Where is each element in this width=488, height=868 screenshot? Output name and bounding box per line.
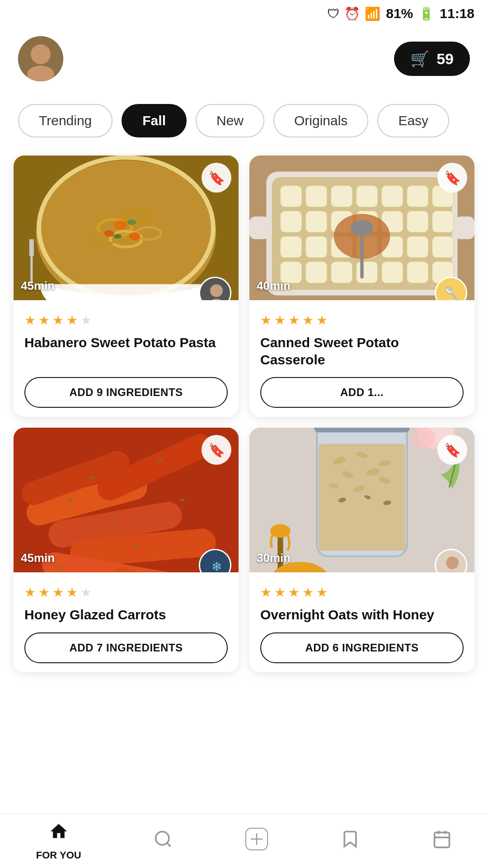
- nav-add[interactable]: [245, 828, 268, 855]
- svg-rect-56: [249, 217, 269, 239]
- cart-button[interactable]: 🛒 59: [394, 42, 470, 76]
- svg-point-1: [31, 44, 51, 64]
- recipe-image-wrap-4: 30min 🔖: [249, 428, 474, 572]
- filter-fall[interactable]: Fall: [122, 104, 187, 137]
- svg-rect-110: [435, 832, 450, 847]
- bookmark-icon-3: 🔖: [208, 442, 225, 458]
- svg-rect-51: [407, 262, 428, 283]
- recipe-grid: 45min 🔖 ★ ★ ★ ★ ★ Habanero Sweet Potato …: [0, 146, 488, 681]
- time-badge-4: 30min: [257, 551, 291, 565]
- svg-point-14: [127, 219, 136, 225]
- svg-point-11: [114, 221, 127, 230]
- svg-rect-57: [455, 217, 474, 239]
- star-3-5: ★: [80, 585, 92, 600]
- filter-trending[interactable]: Trending: [18, 104, 113, 137]
- svg-rect-45: [432, 236, 454, 258]
- svg-rect-33: [306, 211, 327, 232]
- svg-point-101: [413, 428, 435, 449]
- svg-rect-47: [306, 262, 327, 283]
- stars-2: ★ ★ ★ ★ ★: [260, 313, 464, 328]
- star-2-5: ★: [316, 313, 328, 328]
- battery-icon: 🔋: [418, 6, 434, 21]
- svg-rect-30: [407, 186, 428, 207]
- add-ingredients-btn-3[interactable]: ADD 7 INGREDIENTS: [24, 632, 228, 663]
- shield-icon: 🛡: [327, 6, 340, 21]
- nav-calendar[interactable]: [432, 829, 452, 854]
- clock-time: 11:18: [440, 6, 474, 21]
- svg-rect-83: [319, 444, 405, 551]
- recipe-card-3: 45min 🔖 ❄ ★ ★ ★ ★ ★ Honey Glazed Carrots…: [14, 428, 239, 672]
- add-ingredients-btn-1[interactable]: ADD 9 INGREDIENTS: [24, 377, 228, 408]
- bookmark-btn-3[interactable]: 🔖: [202, 435, 231, 465]
- star-4-5: ★: [316, 585, 328, 600]
- search-icon: [153, 829, 173, 854]
- nav-saved[interactable]: [340, 829, 360, 854]
- svg-rect-40: [306, 236, 327, 258]
- filter-row: Trending Fall New Originals Easy: [0, 95, 488, 146]
- svg-rect-39: [280, 236, 301, 258]
- svg-rect-32: [280, 211, 301, 232]
- svg-rect-81: [314, 428, 410, 433]
- recipe-title-1: Habanero Sweet Potato Pasta: [24, 334, 228, 351]
- add-ingredients-btn-2[interactable]: ADD 1...: [260, 377, 464, 408]
- alarm-icon: ⏰: [344, 6, 360, 21]
- time-badge-2: 40min: [257, 279, 291, 293]
- filter-originals[interactable]: Originals: [273, 104, 368, 137]
- star-1-2: ★: [38, 313, 50, 328]
- time-badge-1: 45min: [21, 279, 55, 293]
- bookmark-btn-4[interactable]: 🔖: [437, 435, 467, 465]
- recipe-image-wrap-1: 45min 🔖: [14, 156, 239, 300]
- recipe-info-3: ★ ★ ★ ★ ★ Honey Glazed Carrots ADD 7 ING…: [14, 572, 239, 672]
- svg-rect-16: [30, 239, 33, 284]
- bookmark-btn-2[interactable]: 🔖: [437, 163, 467, 193]
- svg-rect-38: [432, 211, 454, 232]
- bookmark-icon-4: 🔖: [444, 442, 461, 458]
- stars-4: ★ ★ ★ ★ ★: [260, 585, 464, 600]
- time-badge-3: 45min: [21, 551, 55, 565]
- svg-rect-50: [382, 262, 403, 283]
- recipe-card-1: 45min 🔖 ★ ★ ★ ★ ★ Habanero Sweet Potato …: [14, 156, 239, 417]
- svg-point-15: [114, 234, 122, 239]
- star-1-5: ★: [80, 313, 92, 328]
- add-icon: [245, 828, 268, 855]
- svg-rect-55: [360, 233, 363, 278]
- avatar-image: [18, 36, 63, 81]
- star-1-1: ★: [24, 313, 36, 328]
- status-icons: 🛡 ⏰ 📶: [327, 6, 380, 21]
- svg-rect-28: [357, 186, 378, 207]
- home-icon: [49, 821, 69, 846]
- svg-point-12: [129, 232, 140, 240]
- svg-rect-29: [382, 186, 403, 207]
- battery-percentage: 81%: [386, 6, 413, 21]
- star-1-3: ★: [52, 313, 64, 328]
- svg-point-105: [156, 831, 169, 844]
- recipe-title-3: Honey Glazed Carrots: [24, 606, 228, 623]
- bookmark-icon-2: 🔖: [444, 170, 461, 186]
- svg-rect-49: [357, 262, 378, 283]
- star-4-2: ★: [274, 585, 286, 600]
- svg-rect-26: [306, 186, 327, 207]
- filter-easy[interactable]: Easy: [377, 104, 449, 137]
- calendar-icon: [432, 829, 452, 854]
- recipe-card-4: 30min 🔖 ★ ★ ★ ★ ★ Overnight Oats with Ho…: [249, 428, 474, 672]
- nav-search[interactable]: [153, 829, 173, 854]
- svg-line-106: [167, 843, 171, 846]
- star-2-3: ★: [288, 313, 300, 328]
- cart-count: 59: [436, 50, 454, 68]
- svg-rect-37: [407, 211, 428, 232]
- svg-text:🥄: 🥄: [444, 286, 461, 300]
- star-4-3: ★: [288, 585, 300, 600]
- nav-for-you-label: FOR YOU: [36, 849, 81, 861]
- recipe-info-1: ★ ★ ★ ★ ★ Habanero Sweet Potato Pasta AD…: [14, 300, 239, 417]
- bookmark-btn-1[interactable]: 🔖: [202, 163, 231, 193]
- recipe-card-2: 40min 🔖 🥄 ★ ★ ★ ★ ★ Canned Sweet Potato …: [249, 156, 474, 417]
- user-avatar[interactable]: [18, 36, 63, 81]
- header: 🛒 59: [0, 27, 488, 95]
- svg-rect-25: [280, 186, 301, 207]
- filter-new[interactable]: New: [196, 104, 264, 137]
- add-ingredients-btn-4[interactable]: ADD 6 INGREDIENTS: [260, 632, 464, 663]
- bookmark-nav-icon: [340, 829, 360, 854]
- nav-for-you[interactable]: FOR YOU: [36, 821, 81, 861]
- svg-point-103: [446, 557, 459, 569]
- recipe-image-wrap-2: 40min 🔖 🥄: [249, 156, 474, 300]
